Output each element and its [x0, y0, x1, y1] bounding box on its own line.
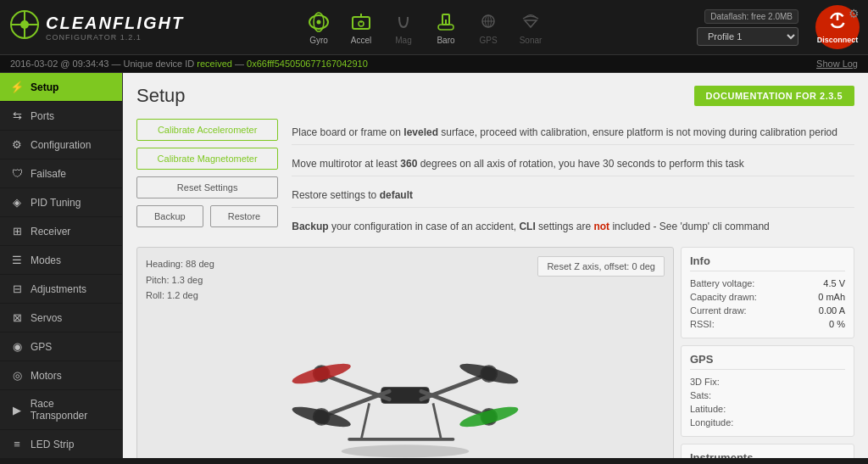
race-icon: ▶ [10, 404, 24, 416]
sidebar-item-pid-tuning[interactable]: ◈ PID Tuning [0, 188, 122, 217]
lon-row: Longitude: [690, 416, 845, 429]
sidebar-item-servos[interactable]: ⊠ Servos [0, 304, 122, 333]
reset-z-axis-button[interactable]: Reset Z axis, offset: 0 deg [537, 256, 665, 277]
sidebar-item-race-transponder[interactable]: ▶ Race Transponder [0, 390, 122, 430]
reset-description: Restore settings to default [292, 183, 854, 208]
svg-line-35 [361, 403, 369, 439]
rssi-label: RSSI: [690, 319, 715, 329]
servos-icon: ⊠ [10, 311, 24, 324]
sidebar-item-failsafe[interactable]: 🛡 Failsafe [0, 159, 122, 188]
sidebar-item-motors[interactable]: ◎ Motors [0, 361, 122, 390]
reset-settings-button[interactable]: Reset Settings [136, 176, 278, 198]
battery-value: 4.5 V [823, 278, 845, 288]
dataflash-info: Dataflash: free 2.0MB [704, 9, 798, 24]
backup-button[interactable]: Backup [136, 205, 203, 227]
sensor-accel: Accel [342, 10, 380, 45]
sidebar-label-config: Configuration [31, 139, 91, 151]
drone-model [236, 327, 575, 459]
sidebar-label-adjustments: Adjustments [31, 283, 86, 295]
leveled-text: leveled [403, 126, 438, 138]
fix-row: 3D Fix: [690, 375, 845, 389]
gps-panel: GPS 3D Fix: Sats: Latitude: [681, 345, 854, 437]
sidebar-item-modes[interactable]: ☰ Modes [0, 246, 122, 275]
disconnect-label: Disconnect [817, 36, 859, 44]
adjustments-icon: ⊟ [10, 282, 24, 295]
capacity-label: Capacity drawn: [690, 292, 757, 302]
instruments-panel-title: Instruments [690, 451, 845, 458]
mag-description: Move multirotor at least 360 degrees on … [292, 152, 854, 176]
lat-row: Latitude: [690, 402, 845, 416]
current-label: Current draw: [690, 305, 747, 316]
sidebar-item-led-strip[interactable]: ≡ LED Strip [0, 430, 122, 458]
sidebar-label-setup: Setup [31, 81, 58, 93]
svg-point-34 [342, 444, 470, 457]
roll-label: Roll: [146, 290, 164, 300]
sensor-baro: Baro [427, 10, 465, 45]
capacity-value: 0 mAh [818, 292, 845, 302]
battery-voltage-row: Battery voltage: 4.5 V [690, 277, 845, 290]
instruments-panel: Instruments [681, 444, 854, 458]
sidebar-label-servos: Servos [31, 312, 62, 324]
profile-select[interactable]: Profile 1 [697, 27, 798, 46]
svg-point-6 [317, 20, 321, 24]
info-panel-title: Info [690, 254, 845, 271]
sidebar-item-gps[interactable]: ◉ GPS [0, 333, 122, 361]
motors-icon: ◎ [10, 369, 24, 382]
default-text: default [380, 189, 413, 201]
info-panel: Info Battery voltage: 4.5 V Capacity dra… [681, 247, 854, 338]
sats-row: Sats: [690, 389, 845, 402]
calibrate-mag-button[interactable]: Calibrate Magnetometer [136, 148, 278, 170]
calibrate-accel-button[interactable]: Calibrate Accelerometer [136, 119, 278, 141]
lon-label: Longitude: [690, 417, 733, 428]
separator: — Unique device ID [111, 59, 197, 69]
current-value: 0.00 A [819, 305, 845, 316]
sidebar-item-configuration[interactable]: ⚙ Configuration [0, 131, 122, 159]
show-log-link[interactable]: Show Log [816, 59, 858, 69]
pitch-value: 1.3 deg [172, 275, 203, 285]
pitch-label: Pitch: [146, 275, 170, 285]
rssi-value: 0 % [829, 319, 845, 329]
sensor-sonar: Sonar [512, 10, 549, 45]
sidebar-label-motors: Motors [31, 370, 62, 382]
lat-label: Latitude: [690, 404, 726, 414]
sidebar-item-ports[interactable]: ⇆ Ports [0, 102, 122, 131]
heading-value: 88 deg [186, 259, 214, 269]
battery-label: Battery voltage: [690, 278, 754, 288]
sidebar-label-led: LED Strip [31, 439, 74, 450]
model-orientation-info: Heading: 88 deg Pitch: 1.3 deg Roll: 1.2… [146, 256, 214, 304]
sidebar-label-pid: PID Tuning [31, 197, 81, 209]
restore-button[interactable]: Restore [210, 205, 279, 227]
svg-line-36 [433, 403, 441, 439]
config-icon: ⚙ [10, 138, 24, 151]
sidebar-label-gps: GPS [31, 341, 52, 353]
sidebar-label-receiver: Receiver [31, 226, 70, 238]
cli-text: CLI [519, 221, 535, 232]
sidebar-item-adjustments[interactable]: ⊟ Adjustments [0, 275, 122, 304]
failsafe-icon: 🛡 [10, 167, 24, 180]
setup-icon: ⚡ [10, 81, 24, 93]
settings-gear-icon[interactable]: ⚙ [849, 7, 860, 20]
device-id: 0x66fff54505067716704​2910 [247, 59, 368, 69]
sensor-mag: Mag [385, 10, 422, 45]
status-info: 2016-03-02 @ 09:34:43 — Unique device ID… [10, 59, 368, 69]
led-icon: ≡ [10, 438, 24, 450]
documentation-button[interactable]: DOCUMENTATION FOR 2.3.5 [694, 86, 854, 106]
fix-label: 3D Fix: [690, 377, 720, 387]
gps-icon: ◉ [10, 340, 24, 353]
sidebar-item-setup[interactable]: ⚡ Setup [0, 73, 122, 102]
power-icon [828, 11, 847, 34]
page-title: Setup [136, 85, 186, 107]
received-text: received [197, 59, 232, 69]
roll-value: 1.2 deg [167, 290, 198, 300]
svg-point-3 [20, 20, 29, 29]
timestamp: 2016-03-02 @ 09:34:43 [10, 59, 108, 69]
modes-icon: ☰ [10, 254, 24, 266]
sensor-gps: GPS [470, 10, 507, 45]
capacity-row: Capacity drawn: 0 mAh [690, 290, 845, 304]
not-text: not [593, 221, 609, 232]
rssi-row: RSSI: 0 % [690, 317, 845, 331]
svg-line-24 [326, 375, 389, 399]
current-row: Current draw: 0.00 A [690, 304, 845, 317]
accel-description: Place board or frame on leveled surface,… [292, 120, 854, 145]
sidebar-item-receiver[interactable]: ⊞ Receiver [0, 217, 122, 246]
